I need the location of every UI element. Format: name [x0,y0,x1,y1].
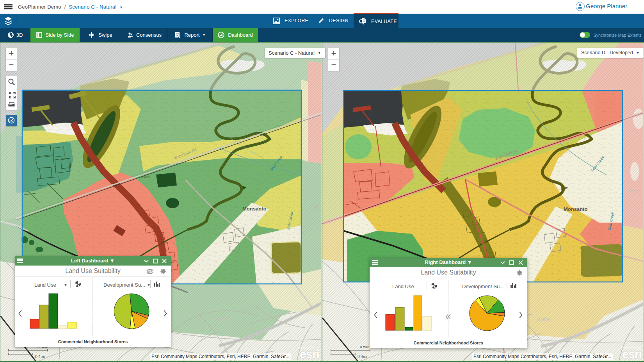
svg-text:Avon: Avon [141,175,149,179]
svg-text:0.4mi: 0.4mi [358,355,367,359]
svg-text:Monsanto: Monsanto [242,206,266,212]
svg-text:0.5km: 0.5km [360,346,370,349]
svg-text:Monsanto: Monsanto [564,206,587,212]
svg-text:0.4mi: 0.4mi [35,355,44,359]
